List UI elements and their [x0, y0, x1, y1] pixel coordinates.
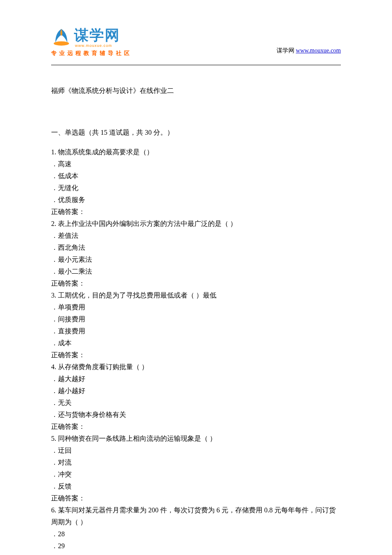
- question-block: 2. 表上作业法中国内外编制出示方案的方法中最广泛的是（ ） ．差值法 ．西北角…: [51, 218, 341, 289]
- question-block: 5. 同种物资在同一条线路上相向流动的运输现象是（ ） ．迂回 ．对流 ．冲突 …: [51, 433, 341, 504]
- question-text: 4. 从存储费角度看订购批量（ ）: [51, 361, 341, 373]
- logo-icon: [51, 26, 72, 47]
- answer-label: 正确答案：: [51, 278, 341, 289]
- option-item: ．差值法: [51, 230, 341, 242]
- question-block: 3. 工期优化，目的是为了寻找总费用最低或者（ ）最低 ．单项费用 ．间接费用 …: [51, 289, 341, 361]
- question-block: 4. 从存储费角度看订购批量（ ） ．越大越好 ．越小越好 ．无关 ．还与货物本…: [51, 361, 341, 433]
- logo-top: 谋学网 www.mouxue.com: [51, 26, 120, 48]
- option-item: ．无关: [51, 397, 341, 409]
- option-item: ．高速: [51, 158, 341, 170]
- option-item: ．对流: [51, 457, 341, 468]
- option-item: ．28: [51, 528, 341, 540]
- option-item: ．西北角法: [51, 242, 341, 254]
- option-item: ．30: [51, 552, 341, 555]
- brand-label: 谋学网: [277, 47, 294, 54]
- section-header: 一、单选题（共 15 道试题，共 30 分。）: [51, 127, 341, 139]
- logo-text-wrap: 谋学网 www.mouxue.com: [74, 26, 120, 48]
- option-item: ．无缝化: [51, 182, 341, 194]
- option-item: ．迂回: [51, 445, 341, 457]
- option-item: ．冲突: [51, 468, 341, 480]
- svg-point-0: [54, 41, 69, 46]
- option-item: ．单项费用: [51, 301, 341, 313]
- answer-label: 正确答案：: [51, 492, 341, 504]
- brand-url-link[interactable]: www.mouxue.com: [296, 47, 341, 54]
- document-body: 福师《物流系统分析与设计》在线作业二 一、单选题（共 15 道试题，共 30 分…: [0, 65, 392, 555]
- logo-tagline: 专业远程教育辅导社区: [51, 49, 132, 57]
- option-item: ．反馈: [51, 480, 341, 492]
- question-text: 6. 某车间对某元器件月需求量为 200 件，每次订货费为 6 元，存储费用 0…: [51, 504, 341, 528]
- question-text: 1. 物流系统集成的最高要求是（）: [51, 146, 341, 158]
- option-item: ．29: [51, 540, 341, 552]
- option-item: ．越小越好: [51, 385, 341, 397]
- page-header: 谋学网 www.mouxue.com 专业远程教育辅导社区 谋学网 www.mo…: [0, 0, 392, 61]
- document-title: 福师《物流系统分析与设计》在线作业二: [51, 85, 341, 97]
- logo-block: 谋学网 www.mouxue.com 专业远程教育辅导社区: [51, 26, 132, 57]
- question-text: 2. 表上作业法中国内外编制出示方案的方法中最广泛的是（ ）: [51, 218, 341, 230]
- answer-label: 正确答案：: [51, 349, 341, 361]
- question-block: 1. 物流系统集成的最高要求是（） ．高速 ．低成本 ．无缝化 ．优质服务 正确…: [51, 146, 341, 218]
- answer-label: 正确答案：: [51, 206, 341, 218]
- question-text: 5. 同种物资在同一条线路上相向流动的运输现象是（ ）: [51, 433, 341, 445]
- answer-label: 正确答案：: [51, 421, 341, 433]
- question-text: 3. 工期优化，目的是为了寻找总费用最低或者（ ）最低: [51, 289, 341, 301]
- option-item: ．成本: [51, 337, 341, 349]
- option-item: ．低成本: [51, 170, 341, 182]
- option-item: ．最小元素法: [51, 254, 341, 266]
- question-block: 6. 某车间对某元器件月需求量为 200 件，每次订货费为 6 元，存储费用 0…: [51, 504, 341, 555]
- option-item: ．越大越好: [51, 373, 341, 385]
- option-item: ．直接费用: [51, 325, 341, 337]
- option-item: ．还与货物本身价格有关: [51, 409, 341, 421]
- logo-brand-text: 谋学网: [74, 26, 120, 45]
- option-item: ．最小二乘法: [51, 266, 341, 278]
- header-source: 谋学网 www.mouxue.com: [277, 47, 341, 57]
- option-item: ．间接费用: [51, 313, 341, 325]
- option-item: ．优质服务: [51, 194, 341, 206]
